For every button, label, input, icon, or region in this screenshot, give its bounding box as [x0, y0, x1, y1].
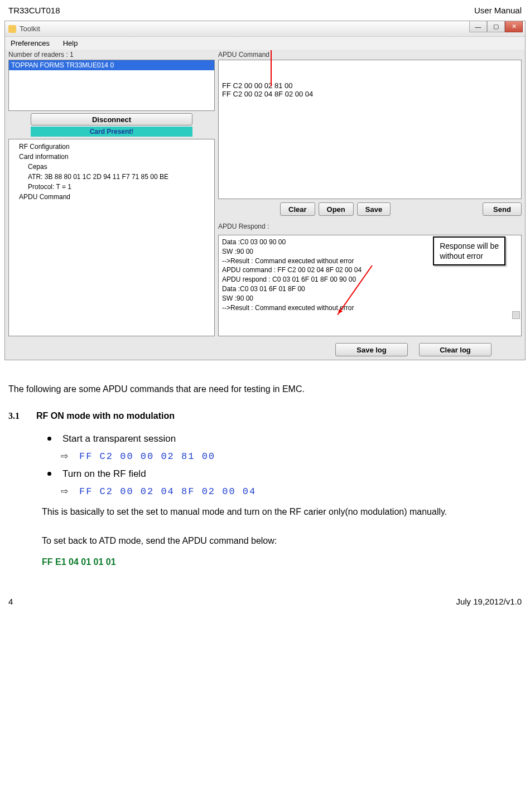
bullet-text: Start a transparent session — [62, 432, 176, 446]
resp-line: -->Result : Command executed without err… — [222, 303, 518, 313]
apdu-cmd-label: APDU Command — [218, 50, 522, 60]
minimize-button[interactable]: — — [469, 21, 487, 32]
apdu-cmd-line: FF C2 00 00 02 81 00 — [222, 81, 518, 90]
card-present-status: Card Present! — [31, 127, 192, 137]
resp-line: APDU respond : C0 03 01 6F 01 8F 00 90 0… — [222, 275, 518, 284]
paragraph: This is basically to set the set to manu… — [42, 505, 522, 519]
toolkit-window: Toolkit — ▢ ✕ Preferences Help Number of… — [4, 21, 526, 360]
intro-text: The following are some APDU commands tha… — [8, 383, 522, 396]
window-title: Toolkit — [20, 25, 40, 33]
close-button[interactable]: ✕ — [505, 21, 523, 32]
menu-preferences[interactable]: Preferences — [11, 39, 50, 47]
titlebar: Toolkit — ▢ ✕ — [5, 21, 525, 37]
apdu-command-code: FF C2 00 02 04 8F 02 00 04 — [79, 485, 256, 499]
arrow-icon: ⇨ — [61, 485, 68, 498]
bullet-text: Turn on the RF field — [62, 467, 146, 481]
readers-list[interactable]: TOPPAN FORMS TR33MUE014 0 — [8, 60, 215, 111]
section-title: RF ON mode with no modulation — [36, 409, 175, 423]
doc-id: TR33CUT018 — [8, 6, 60, 15]
apdu-cmd-line: FF C2 00 02 04 8F 02 00 04 — [222, 90, 518, 98]
page-number: 4 — [8, 597, 13, 606]
menu-help[interactable]: Help — [63, 39, 78, 47]
doc-label: User Manual — [474, 6, 522, 15]
tree-cepas[interactable]: Cepas — [12, 162, 211, 172]
clear-log-button[interactable]: Clear log — [419, 343, 492, 356]
apdu-resp-label: APDU Respond : — [218, 221, 522, 231]
paragraph: To set back to ATD mode, send the APDU c… — [42, 534, 522, 548]
apdu-command-code: FF C2 00 00 02 81 00 — [79, 450, 215, 464]
apdu-respond-textarea[interactable]: Response will be without error Data :C0 … — [218, 235, 522, 336]
bullet-icon — [47, 472, 51, 476]
save-log-button[interactable]: Save log — [335, 343, 408, 356]
readers-label: Number of readers : 1 — [8, 50, 215, 60]
save-button[interactable]: Save — [357, 202, 391, 216]
arrow-icon: ⇨ — [61, 450, 68, 463]
menubar: Preferences Help — [5, 37, 525, 50]
response-callout: Response will be without error — [433, 236, 505, 265]
tree-protocol[interactable]: Protocol: T = 1 — [12, 182, 211, 192]
open-button[interactable]: Open — [319, 202, 354, 216]
apdu-command-green: FF E1 04 01 01 01 — [42, 555, 522, 569]
apdu-command-textarea[interactable]: FF C2 00 00 02 81 00 FF C2 00 02 04 8F 0… — [218, 60, 522, 199]
annotation-arrow — [271, 50, 272, 86]
reader-selected[interactable]: TOPPAN FORMS TR33MUE014 0 — [9, 60, 214, 70]
tree-atr[interactable]: ATR: 3B 88 80 01 1C 2D 94 11 F7 71 85 00… — [12, 172, 211, 182]
send-button[interactable]: Send — [483, 202, 522, 216]
config-tree[interactable]: RF Configuration Card information Cepas … — [8, 139, 215, 336]
tree-card-info[interactable]: Card information — [12, 152, 211, 162]
maximize-button[interactable]: ▢ — [487, 21, 505, 32]
tree-apdu-cmd[interactable]: APDU Command — [12, 192, 211, 202]
clear-button[interactable]: Clear — [280, 202, 315, 216]
disconnect-button[interactable]: Disconnect — [31, 113, 192, 125]
app-icon — [8, 25, 16, 33]
scroll-indicator[interactable] — [512, 311, 520, 319]
resp-line: SW :90 00 — [222, 294, 518, 303]
version-date: July 19,2012/v1.0 — [456, 597, 522, 606]
resp-line: Data :C0 03 01 6F 01 8F 00 — [222, 284, 518, 294]
section-number: 3.1 — [8, 409, 20, 423]
tree-rf-config[interactable]: RF Configuration — [12, 142, 211, 152]
bullet-icon — [47, 437, 51, 441]
